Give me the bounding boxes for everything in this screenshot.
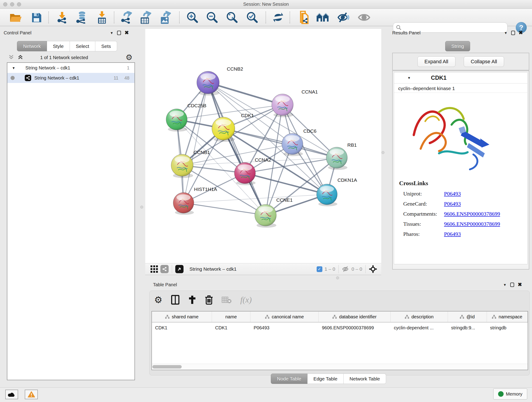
- column-header-name[interactable]: name: [212, 312, 250, 322]
- network-node-cdk1[interactable]: CDK1: [212, 113, 254, 142]
- delete-table-icon[interactable]: [222, 296, 232, 303]
- column-header-canonical-name[interactable]: canonical name: [250, 312, 319, 322]
- tab-node-table[interactable]: Node Table: [271, 374, 307, 384]
- share-view-icon[interactable]: [160, 265, 169, 273]
- crosslink-link[interactable]: 9606.ENSP00000378699: [444, 221, 500, 227]
- tab-sets[interactable]: Sets: [95, 41, 117, 51]
- network-view-title: String Network – cdk1: [190, 266, 236, 272]
- collapse-panel-icon[interactable]: ▼: [503, 283, 507, 287]
- float-panel-icon[interactable]: [510, 283, 514, 287]
- window-controls[interactable]: [3, 2, 21, 6]
- export-network-icon[interactable]: [120, 11, 132, 24]
- column-header-description[interactable]: description: [391, 312, 448, 322]
- hide-selected-icon[interactable]: [337, 12, 350, 23]
- table-cell[interactable]: cyclin-dependent ...: [391, 322, 448, 333]
- table-cell[interactable]: stringdb: [487, 322, 528, 333]
- network-edge[interactable]: [208, 83, 283, 105]
- open-folder-icon[interactable]: [10, 12, 22, 23]
- memory-button[interactable]: Memory: [493, 389, 527, 400]
- import-network-icon[interactable]: [56, 12, 68, 23]
- grid-view-icon[interactable]: [150, 265, 158, 273]
- scrollbar-thumb[interactable]: [152, 365, 182, 369]
- tab-select[interactable]: Select: [70, 41, 95, 51]
- delete-column-icon[interactable]: [205, 295, 213, 305]
- network-node-ccne1[interactable]: CCNE1: [255, 197, 293, 228]
- show-all-icon[interactable]: [358, 13, 370, 22]
- tree-expand-icon[interactable]: ▼: [12, 66, 15, 70]
- column-header-namespace[interactable]: namespace: [487, 312, 528, 322]
- first-neighbors-icon[interactable]: [316, 12, 329, 22]
- network-node-ccna1[interactable]: CCNA1: [272, 89, 318, 117]
- crosslink-link[interactable]: P06493: [444, 231, 461, 237]
- network-edge[interactable]: [208, 83, 266, 215]
- birdseye-view-icon[interactable]: [175, 265, 184, 273]
- collapse-panel-icon[interactable]: ▼: [110, 31, 114, 35]
- expand-all-button[interactable]: Expand All: [418, 56, 456, 67]
- close-panel-icon[interactable]: ✖: [519, 30, 523, 35]
- collapse-all-button[interactable]: Collapse All: [464, 56, 504, 67]
- network-collection-row[interactable]: ▼ String Network – cdk1 1: [7, 63, 134, 73]
- collapse-panel-icon[interactable]: ▼: [504, 31, 507, 35]
- table-cell[interactable]: CDK1: [152, 322, 212, 333]
- right-splitter-handle[interactable]: [381, 151, 385, 154]
- crosslink-link[interactable]: P06493: [444, 191, 461, 197]
- tab-network-table[interactable]: Network Table: [344, 374, 386, 384]
- table-cell[interactable]: stringdb:9...: [448, 322, 487, 333]
- table-horizontal-scrollbar[interactable]: [152, 364, 528, 370]
- network-node-cdc6[interactable]: CDC6: [282, 128, 317, 156]
- network-row-selected[interactable]: String Network – cdk1 11 48: [7, 73, 134, 83]
- network-node-rb1[interactable]: RB1: [326, 142, 357, 170]
- warning-button[interactable]: [25, 390, 38, 399]
- refresh-layout-icon[interactable]: [273, 12, 284, 23]
- tab-edge-table[interactable]: Edge Table: [307, 374, 344, 384]
- add-column-icon[interactable]: [188, 295, 196, 304]
- close-window-button[interactable]: [3, 2, 7, 6]
- export-image-icon[interactable]: [159, 11, 171, 24]
- table-row[interactable]: CDK1CDK1P064939606.ENSP00000378699cyclin…: [152, 322, 528, 333]
- tab-network[interactable]: Network: [17, 41, 47, 51]
- column-header--id[interactable]: @id: [448, 312, 487, 322]
- crosslink-link[interactable]: 9606.ENSP00000378699: [444, 211, 500, 217]
- network-canvas[interactable]: CCNB2CCNA1CDC25BCDK1CDC6RB1CCNB1CCNA2CDK…: [145, 29, 381, 263]
- network-edge[interactable]: [184, 203, 266, 215]
- crosslink-link[interactable]: P06493: [444, 201, 461, 207]
- zoom-in-icon[interactable]: [186, 12, 198, 23]
- network-node-hist1h1a[interactable]: HIST1H1A: [173, 186, 217, 215]
- table-cell[interactable]: CDK1: [212, 322, 250, 333]
- zoom-selected-icon[interactable]: [246, 12, 258, 23]
- left-splitter-handle[interactable]: [140, 206, 143, 209]
- import-database-icon[interactable]: [75, 11, 88, 24]
- float-panel-icon[interactable]: [511, 31, 515, 35]
- network-node-cdkn1a[interactable]: CDKN1A: [317, 177, 357, 206]
- float-panel-icon[interactable]: [117, 31, 121, 35]
- table-cell[interactable]: 9606.ENSP00000378699: [319, 322, 391, 333]
- selected-checkbox[interactable]: ✓: [317, 266, 322, 272]
- zoom-fit-icon[interactable]: [226, 12, 238, 23]
- column-header-database-identifier[interactable]: database identifier: [319, 312, 391, 322]
- section-collapse-icon[interactable]: ▼: [407, 76, 411, 80]
- zoom-out-icon[interactable]: [206, 12, 218, 23]
- fit-content-icon[interactable]: [369, 265, 377, 273]
- network-options-gear-icon[interactable]: ⚙: [126, 53, 133, 62]
- close-panel-icon[interactable]: ✖: [518, 282, 522, 287]
- cloud-button[interactable]: [5, 390, 18, 399]
- import-table-icon[interactable]: [96, 11, 108, 24]
- show-columns-icon[interactable]: [171, 295, 179, 305]
- network-edge[interactable]: [223, 128, 337, 158]
- tab-style[interactable]: Style: [47, 41, 70, 51]
- results-content-box: ▼ CDK1 cyclin–dependent kinase 1 CrossLi…: [392, 70, 529, 269]
- table-options-gear-icon[interactable]: ⚙: [154, 295, 162, 304]
- copy-network-icon[interactable]: [298, 11, 309, 24]
- gene-section-header[interactable]: ▼ CDK1: [394, 72, 527, 83]
- tab-string[interactable]: String: [445, 41, 470, 51]
- function-builder-icon[interactable]: f(x): [240, 295, 252, 305]
- maximize-window-button[interactable]: [17, 2, 21, 6]
- minimize-window-button[interactable]: [10, 2, 14, 6]
- crosslink-row: Uniprot:P06493: [399, 191, 527, 197]
- close-panel-icon[interactable]: ✖: [125, 30, 129, 35]
- network-edge[interactable]: [184, 83, 208, 203]
- export-table-icon[interactable]: [139, 11, 151, 24]
- table-cell[interactable]: P06493: [250, 322, 319, 333]
- column-header-shared-name[interactable]: shared name: [152, 312, 212, 322]
- save-icon[interactable]: [31, 12, 42, 23]
